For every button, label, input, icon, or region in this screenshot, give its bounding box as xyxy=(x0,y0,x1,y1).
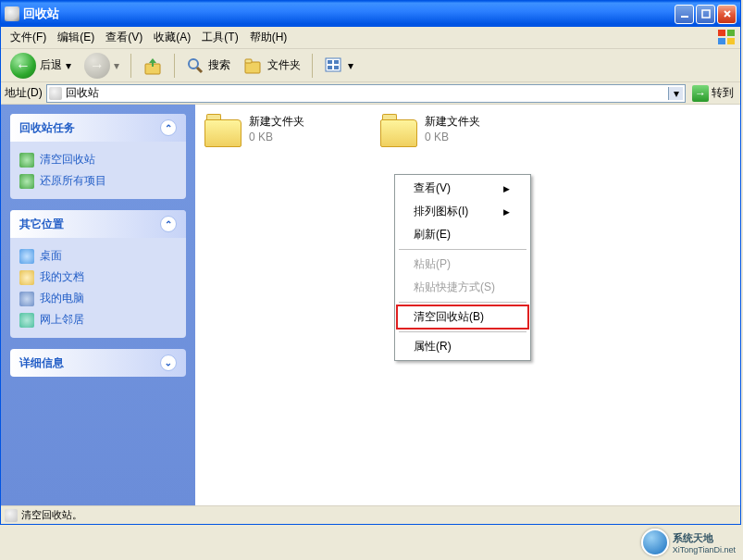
go-label: 转到 xyxy=(712,85,734,101)
address-label: 地址(D) xyxy=(5,85,43,101)
minimize-button[interactable] xyxy=(675,5,694,24)
places-panel: 其它位置 ⌃ 桌面 我的文档 我的电脑 网上邻居 xyxy=(10,210,186,338)
tasks-panel-header[interactable]: 回收站任务 ⌃ xyxy=(10,114,186,142)
menu-help[interactable]: 帮助(H) xyxy=(244,28,293,47)
svg-rect-14 xyxy=(334,66,339,69)
task-empty-recyclebin[interactable]: 清空回收站 xyxy=(19,149,177,170)
close-button[interactable] xyxy=(717,5,737,24)
cm-properties[interactable]: 属性(R) xyxy=(397,335,528,358)
recyclebin-icon xyxy=(5,6,19,21)
desktop-icon xyxy=(19,249,34,264)
views-icon xyxy=(324,56,344,75)
place-computer[interactable]: 我的电脑 xyxy=(19,288,177,309)
menu-favorites[interactable]: 收藏(A) xyxy=(148,28,196,47)
submenu-arrow-icon: ▶ xyxy=(503,184,510,193)
forward-icon: → xyxy=(84,53,110,79)
maximize-button[interactable] xyxy=(696,5,715,24)
collapse-icon: ⌃ xyxy=(160,119,177,136)
folder-icon xyxy=(204,114,243,147)
titlebar[interactable]: 回收站 xyxy=(1,1,740,27)
collapse-icon: ⌃ xyxy=(160,216,177,232)
chevron-down-icon: ▾ xyxy=(114,59,119,72)
address-value: 回收站 xyxy=(66,85,668,101)
folder-size: 0 KB xyxy=(249,130,304,145)
separator xyxy=(399,249,526,250)
cm-arrange[interactable]: 排列图标(I)▶ xyxy=(397,200,528,223)
svg-rect-9 xyxy=(245,59,252,63)
status-text: 清空回收站。 xyxy=(21,508,82,522)
separator xyxy=(174,54,175,78)
go-button[interactable]: → 转到 xyxy=(689,84,737,103)
cm-empty-recyclebin[interactable]: 清空回收站(B) xyxy=(397,305,528,329)
folder-icon xyxy=(380,114,419,147)
svg-rect-1 xyxy=(702,10,710,18)
details-panel-header[interactable]: 详细信息 ⌃ xyxy=(10,349,186,377)
folder-up-icon xyxy=(142,56,163,76)
back-label: 后退 xyxy=(40,57,62,73)
folders-icon xyxy=(243,56,264,75)
expand-icon: ⌃ xyxy=(160,355,177,371)
svg-rect-3 xyxy=(727,30,735,36)
separator xyxy=(399,331,526,332)
go-icon: → xyxy=(692,85,709,102)
svg-rect-4 xyxy=(718,38,725,44)
address-dropdown[interactable]: ▾ xyxy=(668,87,683,100)
task-label: 清空回收站 xyxy=(40,152,95,168)
empty-icon xyxy=(19,153,34,168)
place-label: 桌面 xyxy=(40,248,62,264)
place-network[interactable]: 网上邻居 xyxy=(19,309,177,330)
search-label: 搜索 xyxy=(208,57,230,73)
watermark-logo-icon xyxy=(641,529,669,556)
places-panel-header[interactable]: 其它位置 ⌃ xyxy=(10,210,186,238)
folders-button[interactable]: 文件夹 xyxy=(238,54,306,78)
forward-button: → ▾ xyxy=(79,50,125,81)
folder-size: 0 KB xyxy=(425,130,480,145)
address-input[interactable]: 回收站 ▾ xyxy=(46,84,686,103)
folder-item[interactable]: 新建文件夹 0 KB xyxy=(204,114,353,147)
search-icon xyxy=(186,56,204,75)
task-restore-all[interactable]: 还原所有项目 xyxy=(19,170,177,192)
windows-flag-icon xyxy=(716,28,738,46)
cm-paste: 粘贴(P) xyxy=(397,253,528,276)
statusbar: 清空回收站。 xyxy=(1,505,740,524)
place-label: 我的文档 xyxy=(40,269,84,285)
body: 回收站任务 ⌃ 清空回收站 还原所有项目 其它位置 xyxy=(1,105,740,505)
place-label: 网上邻居 xyxy=(40,312,84,328)
up-button[interactable] xyxy=(137,53,168,79)
folder-name: 新建文件夹 xyxy=(425,114,480,130)
folder-item[interactable]: 新建文件夹 0 KB xyxy=(380,114,528,147)
search-button[interactable]: 搜索 xyxy=(180,54,236,78)
recyclebin-icon xyxy=(49,87,62,100)
svg-rect-0 xyxy=(681,16,688,18)
network-icon xyxy=(19,313,34,328)
menu-tools[interactable]: 工具(T) xyxy=(196,28,243,47)
watermark: 系统天地 XiTongTianDi.net xyxy=(641,529,736,556)
panel-title: 其它位置 xyxy=(19,217,64,232)
cm-paste-shortcut: 粘贴快捷方式(S) xyxy=(397,276,528,299)
computer-icon xyxy=(19,292,34,306)
back-icon: ← xyxy=(10,53,36,79)
recyclebin-icon xyxy=(5,509,18,522)
cm-refresh[interactable]: 刷新(E) xyxy=(397,223,528,246)
details-panel: 详细信息 ⌃ xyxy=(10,349,186,377)
menu-edit[interactable]: 编辑(E) xyxy=(52,28,100,47)
sidebar: 回收站任务 ⌃ 清空回收站 还原所有项目 其它位置 xyxy=(1,105,195,505)
panel-title: 详细信息 xyxy=(19,355,64,371)
svg-point-7 xyxy=(189,59,198,68)
menu-file[interactable]: 文件(F) xyxy=(5,28,52,47)
views-button[interactable]: ▾ xyxy=(318,54,359,78)
svg-rect-2 xyxy=(718,30,725,36)
place-desktop[interactable]: 桌面 xyxy=(19,245,177,267)
menu-view[interactable]: 查看(V) xyxy=(100,28,148,47)
back-button[interactable]: ← 后退 ▾ xyxy=(5,50,77,81)
svg-rect-5 xyxy=(727,38,735,44)
watermark-url: XiTongTianDi.net xyxy=(673,545,736,554)
place-documents[interactable]: 我的文档 xyxy=(19,267,177,288)
task-label: 还原所有项目 xyxy=(40,173,106,189)
cm-view[interactable]: 查看(V)▶ xyxy=(397,177,528,200)
svg-rect-11 xyxy=(328,60,332,64)
menubar: 文件(F) 编辑(E) 查看(V) 收藏(A) 工具(T) 帮助(H) xyxy=(1,27,740,49)
panel-title: 回收站任务 xyxy=(19,120,75,136)
toolbar: ← 后退 ▾ → ▾ 搜索 文件夹 ▾ xyxy=(1,49,740,82)
separator xyxy=(312,54,313,78)
